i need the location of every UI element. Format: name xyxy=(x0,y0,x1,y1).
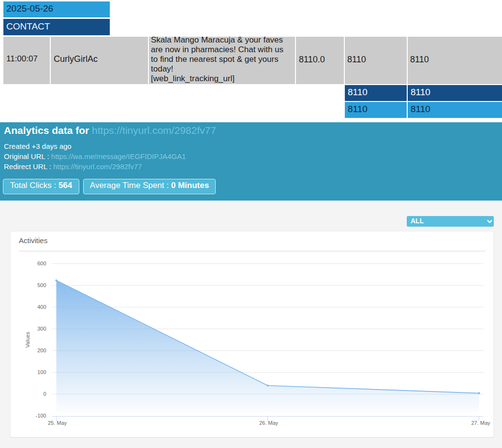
svg-text:400: 400 xyxy=(37,304,46,310)
svg-text:26. May: 26. May xyxy=(259,420,279,426)
svg-text:25. May: 25. May xyxy=(48,420,67,426)
svg-text:-100: -100 xyxy=(35,413,46,419)
svg-text:100: 100 xyxy=(37,369,46,375)
svg-text:600: 600 xyxy=(37,260,46,266)
svg-text:0: 0 xyxy=(43,391,46,397)
svg-text:200: 200 xyxy=(37,347,46,353)
svg-text:27. May: 27. May xyxy=(471,420,490,426)
svg-text:500: 500 xyxy=(37,282,46,288)
svg-text:Values: Values xyxy=(25,332,30,347)
svg-text:300: 300 xyxy=(37,326,46,332)
